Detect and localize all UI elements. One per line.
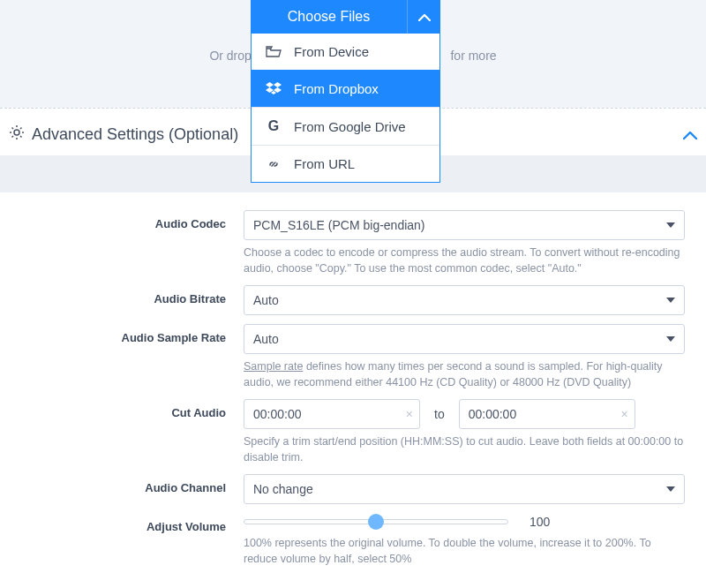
link-icon [264,157,283,171]
menu-item-label: From Dropbox [294,81,379,96]
help-cut-audio: Specify a trim start/end position (HH:MM… [244,434,685,465]
svg-point-0 [14,130,19,135]
upload-area: Or drop for more Choose Files [0,0,706,108]
label-adjust-volume: Adjust Volume [14,513,244,533]
menu-item-label: From Google Drive [294,119,406,134]
choose-files-button-row: Choose Files [251,0,440,34]
label-audio-codec: Audio Codec [14,210,244,230]
menu-item-from-device[interactable]: From Device [252,34,439,70]
select-audio-sample-rate[interactable]: Auto [244,324,685,354]
google-icon: G [264,118,283,134]
row-adjust-volume: Adjust Volume 100 100% represents the or… [14,513,692,567]
help-audio-codec: Choose a codec to encode or compress the… [244,245,685,276]
close-icon[interactable]: × [406,407,413,421]
audio-options-form: Audio Codec PCM_S16LE (PCM big-endian) C… [0,192,706,588]
menu-item-label: From Device [294,44,369,59]
drop-hint-left: Or drop [209,49,251,63]
input-cut-start[interactable] [244,399,420,429]
chevron-up-icon [418,9,431,25]
choose-files-menu: From Device From Dropbox G From Google D… [251,34,440,183]
dropbox-icon [264,82,283,96]
slider-value-label: 100 [530,515,550,529]
drop-hint-right: for more [450,49,496,63]
help-adjust-volume: 100% represents the original volume. To … [244,536,685,567]
slider-adjust-volume[interactable] [244,513,508,531]
section-title: Advanced Settings (Optional) [32,125,238,144]
chevron-up-icon [683,125,697,144]
gear-icon [9,124,25,145]
select-audio-bitrate[interactable]: Auto [244,285,685,315]
cut-to-label: to [434,407,445,421]
row-audio-sample-rate: Audio Sample Rate Auto Sample rate defin… [14,324,692,390]
menu-item-label: From URL [294,156,355,171]
label-audio-sample-rate: Audio Sample Rate [14,324,244,344]
label-audio-channel: Audio Channel [14,474,244,494]
label-cut-audio: Cut Audio [14,399,244,419]
choose-files-dropdown: Choose Files From Device From Dropbox [251,0,440,183]
choose-files-button[interactable]: Choose Files [251,0,407,34]
menu-item-from-google-drive[interactable]: G From Google Drive [252,107,439,145]
choose-files-chevron-button[interactable] [407,0,440,34]
label-audio-bitrate: Audio Bitrate [14,285,244,305]
sample-rate-link[interactable]: Sample rate [244,360,303,373]
close-icon[interactable]: × [621,407,628,421]
input-cut-end[interactable] [459,399,635,429]
select-audio-codec[interactable]: PCM_S16LE (PCM big-endian) [244,210,685,240]
folder-open-icon [264,46,283,58]
menu-item-from-dropbox[interactable]: From Dropbox [252,70,439,107]
slider-handle[interactable] [368,514,384,530]
row-audio-codec: Audio Codec PCM_S16LE (PCM big-endian) C… [14,210,692,276]
help-audio-sample-rate: Sample rate defines how many times per s… [244,359,685,390]
select-audio-channel[interactable]: No change [244,474,685,504]
row-cut-audio: Cut Audio × to × Specify a trim start/en… [14,399,692,465]
row-audio-channel: Audio Channel No change [14,474,692,504]
choose-files-label: Choose Files [288,9,370,25]
row-audio-bitrate: Audio Bitrate Auto [14,285,692,315]
menu-item-from-url[interactable]: From URL [252,145,439,182]
sample-rate-help-rest: defines how many times per second a soun… [244,360,663,388]
